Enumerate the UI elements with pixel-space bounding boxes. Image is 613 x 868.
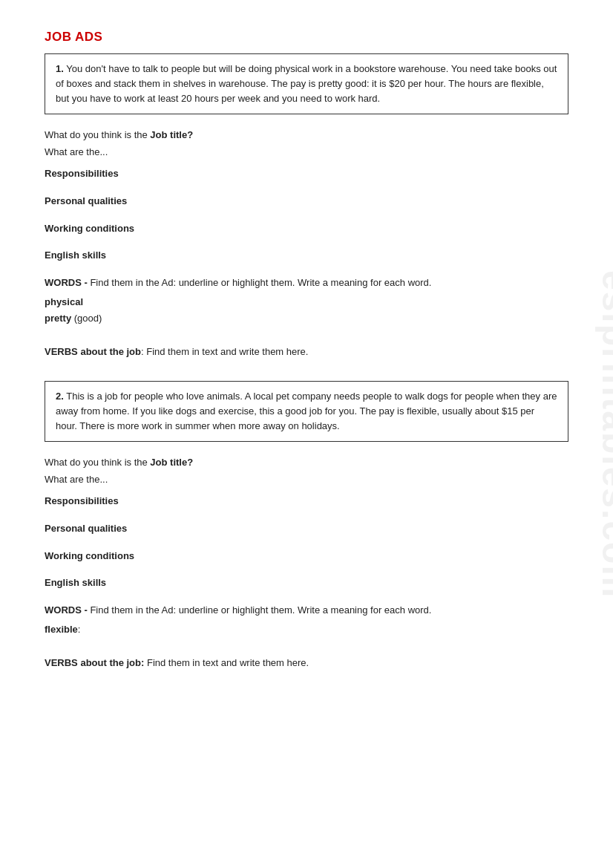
word1-item-2: flexible: bbox=[45, 621, 568, 638]
words-text: Find them in the Ad: underline or highli… bbox=[90, 277, 431, 288]
words-text-2: Find them in the Ad: underline or highli… bbox=[90, 604, 431, 616]
page-title: JOB ADS bbox=[45, 30, 568, 45]
q2-text: What are the... bbox=[45, 146, 108, 157]
word2-normal: (good) bbox=[71, 313, 102, 324]
section-2: What do you think is the Job title? What… bbox=[45, 455, 568, 670]
words-section-2: WORDS - Find them in the Ad: underline o… bbox=[45, 603, 568, 638]
responsibilities-label: Responsibilities bbox=[45, 166, 568, 182]
responsibilities-label-2: Responsibilities bbox=[45, 494, 568, 509]
q1-bold-2: Job title? bbox=[150, 457, 193, 468]
q1-prefix: What do you think is the bbox=[45, 129, 150, 140]
personal-qualities-label-2: Personal qualities bbox=[45, 521, 568, 537]
q1-prefix-2: What do you think is the bbox=[45, 457, 150, 468]
words-label-1: WORDS - Find them in the Ad: underline o… bbox=[45, 275, 568, 291]
verbs-bold-1: VERBS about the job bbox=[45, 346, 141, 357]
ad2-number: 2. bbox=[56, 391, 64, 402]
verbs-text-2: Find them in text and write them here. bbox=[144, 657, 309, 668]
words-prefix-2: WORDS - bbox=[45, 604, 90, 616]
working-conditions-label-2: Working conditions bbox=[45, 549, 568, 564]
q1-line-2: What do you think is the Job title? bbox=[45, 455, 568, 471]
q2-line: What are the... bbox=[45, 145, 568, 160]
verbs-line-1: VERBS about the job: Find them in text a… bbox=[45, 345, 568, 360]
verbs-bold-2: VERBS about the job: bbox=[45, 657, 144, 668]
word1-item: physical bbox=[45, 294, 568, 310]
verbs-text-1: : Find them in text and write them here. bbox=[141, 346, 308, 357]
working-conditions-label: Working conditions bbox=[45, 221, 568, 237]
section-1: What do you think is the Job title? What… bbox=[45, 128, 568, 360]
english-skills-label-2: English skills bbox=[45, 575, 568, 591]
english-skills-label: English skills bbox=[45, 248, 568, 264]
ad2-text: This is a job for people who love animal… bbox=[56, 391, 557, 431]
words-prefix: WORDS - bbox=[45, 277, 90, 288]
ad1-number: 1. bbox=[56, 63, 64, 74]
verbs-line-2: VERBS about the job: Find them in text a… bbox=[45, 656, 568, 671]
personal-qualities-label: Personal qualities bbox=[45, 194, 568, 209]
ad-box-1: 1. You don't have to talk to people but … bbox=[45, 53, 568, 114]
q1-line: What do you think is the Job title? bbox=[45, 128, 568, 143]
word1-suffix-2: : bbox=[78, 624, 81, 635]
word2-item: pretty (good) bbox=[45, 310, 568, 327]
watermark: eslprintables.com bbox=[594, 270, 613, 598]
word1-2: flexible bbox=[45, 624, 78, 635]
q2-text-2: What are the... bbox=[45, 474, 108, 485]
word1: physical bbox=[45, 296, 83, 307]
ad-box-2: 2. This is a job for people who love ani… bbox=[45, 381, 568, 442]
q1-bold: Job title? bbox=[150, 129, 193, 140]
word2-bold: pretty bbox=[45, 313, 71, 324]
words-section-1: WORDS - Find them in the Ad: underline o… bbox=[45, 275, 568, 327]
ad1-text: You don't have to talk to people but wil… bbox=[56, 63, 557, 104]
q2-line-2: What are the... bbox=[45, 472, 568, 488]
words-label-2: WORDS - Find them in the Ad: underline o… bbox=[45, 603, 568, 619]
